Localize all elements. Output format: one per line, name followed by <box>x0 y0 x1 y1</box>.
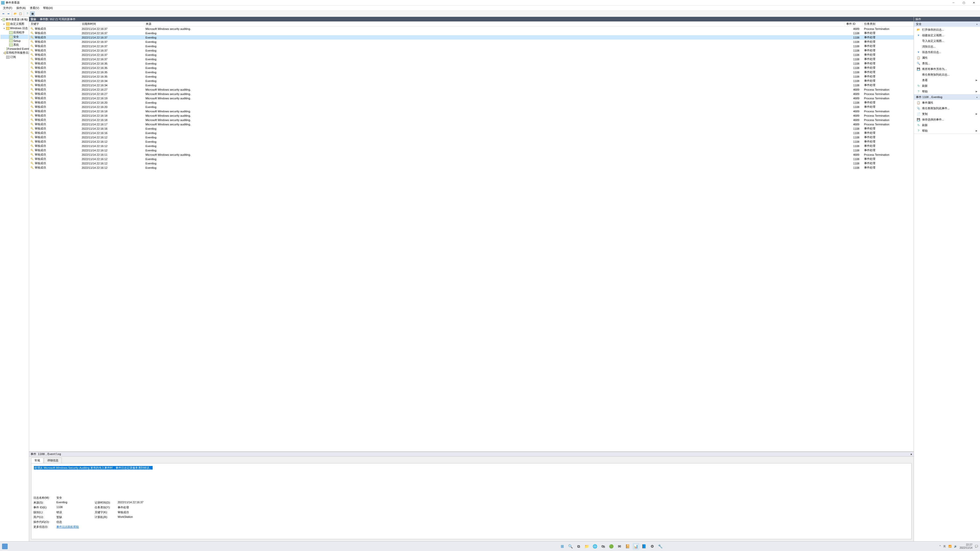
detail-close-button[interactable]: × <box>911 453 912 456</box>
table-row[interactable]: 审核成功2022/11/14 22:16:35Eventlog1108事件处理 <box>29 65 914 70</box>
table-row[interactable]: 审核成功2022/11/14 22:16:18Microsoft Windows… <box>29 118 914 122</box>
table-row[interactable]: 审核成功2022/11/14 22:16:11Microsoft Windows… <box>29 153 914 157</box>
taskbar[interactable]: ⊞ 🔍 ⧉ 📁 🌐 🛍 🟢 ✉ 📔 📊 📘 ⚙ 🔧 ^ 英 📶 🔊 22:27 … <box>0 541 980 551</box>
action-item[interactable]: 将任务附加到此日志... <box>914 72 980 77</box>
expand-icon[interactable]: ▸ <box>3 23 6 25</box>
close-button[interactable]: ✕ <box>969 0 979 6</box>
tree-item[interactable]: ▸应用程序和服务日志 <box>0 51 28 55</box>
menu-help[interactable]: 帮助(H) <box>41 6 55 11</box>
minimize-button[interactable]: ─ <box>948 0 959 6</box>
action-item[interactable]: 📋事件属性 <box>914 100 980 105</box>
start-button[interactable]: ⊞ <box>559 543 566 550</box>
action-item[interactable]: ?帮助▶ <box>914 89 980 94</box>
taskview-button[interactable]: ⧉ <box>576 543 582 550</box>
tree-item[interactable]: 订阅 <box>0 55 28 59</box>
message-text[interactable]: 处理从 Microsoft-Windows-Security-Auditing … <box>34 466 153 470</box>
tree-item[interactable]: ▸自定义视图 <box>0 22 28 26</box>
wifi-icon[interactable]: 📶 <box>948 545 951 548</box>
search-button[interactable]: 🔍 <box>567 543 574 550</box>
help-button[interactable]: ? <box>25 11 30 16</box>
table-row[interactable]: 审核成功2022/11/14 22:16:37Microsoft Windows… <box>29 27 914 31</box>
tree-item[interactable]: 应用程序 <box>0 30 28 35</box>
clock[interactable]: 22:27 2022/11/14 <box>959 543 972 549</box>
col-keyword[interactable]: 关键字 <box>29 21 80 27</box>
col-date[interactable]: 日期和时间 <box>80 21 144 27</box>
app-icon-5[interactable]: 🔧 <box>657 543 664 550</box>
app-icon-4[interactable]: 📘 <box>641 543 648 550</box>
table-row[interactable]: 审核成功2022/11/14 22:16:12Eventlog1108事件处理 <box>29 148 914 153</box>
table-row[interactable]: 审核成功2022/11/14 22:16:37Eventlog1108事件处理 <box>29 57 914 61</box>
tree-item[interactable]: Forwarded Events <box>0 47 28 51</box>
table-row[interactable]: 审核成功2022/11/14 22:16:37Eventlog1108事件处理 <box>29 40 914 44</box>
menu-action[interactable]: 操作(A) <box>14 6 28 11</box>
volume-icon[interactable]: 🔊 <box>954 545 957 548</box>
table-row[interactable]: 审核成功2022/11/14 22:16:37Eventlog1108事件处理 <box>29 35 914 40</box>
table-row[interactable]: 审核成功2022/11/14 22:16:35Eventlog1108事件处理 <box>29 61 914 65</box>
table-row[interactable]: 审核成功2022/11/14 22:16:37Eventlog1108事件处理 <box>29 44 914 48</box>
col-source[interactable]: 来源 <box>144 21 845 27</box>
table-row[interactable]: 审核成功2022/11/14 22:16:20Eventlog1108事件处理 <box>29 105 914 109</box>
action-item[interactable]: ▼创建自定义视图... <box>914 32 980 38</box>
table-row[interactable]: 审核成功2022/11/14 22:16:18Microsoft Windows… <box>29 109 914 113</box>
table-row[interactable]: 审核成功2022/11/14 22:16:16Eventlog1108事件处理 <box>29 131 914 135</box>
action-item[interactable]: 💾保存选择的事件... <box>914 117 980 122</box>
table-row[interactable]: 审核成功2022/11/14 22:16:12Eventlog1108事件处理 <box>29 157 914 161</box>
table-row[interactable]: 审核成功2022/11/14 22:16:12Eventlog1108事件处理 <box>29 166 914 170</box>
action-item[interactable]: ▼筛选当前日志... <box>914 49 980 55</box>
table-row[interactable]: 审核成功2022/11/14 22:16:27Microsoft Windows… <box>29 87 914 92</box>
event-table-container[interactable]: 关键字 日期和时间 来源 事件 ID 任务类别 审核成功2022/11/14 2… <box>29 21 914 451</box>
mail-icon[interactable]: ✉ <box>616 543 623 550</box>
tree-root[interactable]: ▾ 事件查看器 (本地) <box>0 18 28 22</box>
col-id[interactable]: 事件 ID <box>845 21 862 27</box>
action-item[interactable]: 查看▶ <box>914 77 980 83</box>
table-row[interactable]: 审核成功2022/11/14 22:16:37Eventlog1108事件处理 <box>29 53 914 57</box>
action-item[interactable]: 📂打开保存的日志... <box>914 27 980 32</box>
table-row[interactable]: 审核成功2022/11/14 22:16:27Microsoft Windows… <box>29 92 914 96</box>
action-item[interactable]: 💾将所有事件另存为... <box>914 66 980 72</box>
action-item[interactable]: 🔍查找... <box>914 61 980 66</box>
back-button[interactable]: ⬅ <box>1 11 6 16</box>
tree-item[interactable]: Setup <box>0 39 28 43</box>
menu-view[interactable]: 查看(V) <box>28 6 41 11</box>
col-task[interactable]: 任务类别 <box>862 21 914 27</box>
tab-general[interactable]: 常规 <box>31 457 43 463</box>
prop-value[interactable]: 事件日志联机帮助 <box>56 525 95 529</box>
tree-sidebar[interactable]: ▾ 事件查看器 (本地) ▸自定义视图▾Windows 日志应用程序安全Setu… <box>0 17 29 541</box>
table-row[interactable]: 审核成功2022/11/14 22:16:17Microsoft Windows… <box>29 122 914 126</box>
action-item[interactable]: 📄复制▶ <box>914 111 980 117</box>
explorer-icon[interactable]: 📁 <box>584 543 590 550</box>
action-item[interactable]: 📎将任务附加到此事件... <box>914 105 980 111</box>
table-row[interactable]: 审核成功2022/11/14 22:16:20Eventlog1108事件处理 <box>29 100 914 105</box>
app-icon-2[interactable]: 📔 <box>625 543 631 550</box>
browse-button[interactable]: 📂 <box>13 11 18 16</box>
action-item[interactable]: ↻刷新 <box>914 122 980 128</box>
maximize-button[interactable]: ▢ <box>959 0 969 6</box>
table-row[interactable]: 审核成功2022/11/14 22:16:12Eventlog1108事件处理 <box>29 139 914 144</box>
table-row[interactable]: 审核成功2022/11/14 22:16:12Eventlog1108事件处理 <box>29 135 914 139</box>
table-row[interactable]: 审核成功2022/11/14 22:16:12Eventlog1108事件处理 <box>29 161 914 166</box>
table-row[interactable]: 审核成功2022/11/14 22:16:18Microsoft Windows… <box>29 113 914 118</box>
table-row[interactable]: 审核成功2022/11/14 22:16:34Eventlog1108事件处理 <box>29 83 914 87</box>
app-icon-3[interactable]: 📊 <box>633 543 639 550</box>
app-icon-1[interactable]: 🟢 <box>608 543 615 550</box>
taskbar-app-icon[interactable] <box>2 544 8 549</box>
preview-button[interactable]: ▦ <box>30 11 35 16</box>
tree-item[interactable]: 安全 <box>0 35 28 39</box>
action-item[interactable]: ?帮助▶ <box>914 128 980 134</box>
tree-item[interactable]: 系统 <box>0 43 28 47</box>
tree-item[interactable]: ▾Windows 日志 <box>0 26 28 30</box>
settings-icon[interactable]: ⚙ <box>649 543 655 550</box>
menu-file[interactable]: 文件(F) <box>1 6 14 11</box>
table-row[interactable]: 审核成功2022/11/14 22:16:34Eventlog1108事件处理 <box>29 79 914 83</box>
table-row[interactable]: 审核成功2022/11/14 22:16:16Eventlog1108事件处理 <box>29 126 914 131</box>
edge-icon[interactable]: 🌐 <box>592 543 598 550</box>
ime-indicator[interactable]: 英 <box>943 545 946 548</box>
table-row[interactable]: 审核成功2022/11/14 22:16:37Eventlog1108事件处理 <box>29 48 914 53</box>
collapse-icon[interactable]: ▲ <box>976 96 978 98</box>
tab-details[interactable]: 详细信息 <box>44 457 62 463</box>
store-icon[interactable]: 🛍 <box>600 543 607 550</box>
expand-icon[interactable]: ▾ <box>3 27 6 30</box>
table-row[interactable]: 审核成功2022/11/14 22:16:37Eventlog1108事件处理 <box>29 31 914 35</box>
notification-icon[interactable]: 💬 <box>975 545 978 548</box>
action-item[interactable]: 清除日志... <box>914 44 980 49</box>
